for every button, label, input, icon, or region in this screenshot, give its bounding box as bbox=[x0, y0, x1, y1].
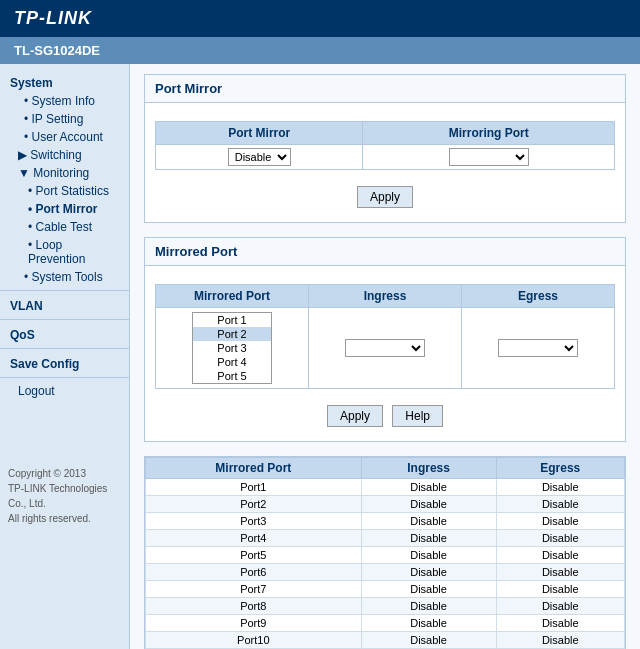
table-row: Port8DisableDisable bbox=[146, 598, 625, 615]
table-cell-egress: Disable bbox=[496, 564, 624, 581]
table-cell-ingress: Disable bbox=[361, 564, 496, 581]
port-list-item[interactable]: Port 3 bbox=[193, 341, 271, 355]
mirrored-col1: Mirrored Port bbox=[156, 285, 309, 308]
table-cell-egress: Disable bbox=[496, 530, 624, 547]
mirrored-port-title: Mirrored Port bbox=[145, 238, 625, 266]
port-mirror-config-table: Port Mirror Mirroring Port Disable Enabl… bbox=[155, 121, 615, 170]
table-cell-egress: Disable bbox=[496, 581, 624, 598]
port-mirror-col2: Mirroring Port bbox=[363, 122, 615, 145]
data-col2: Ingress bbox=[361, 458, 496, 479]
table-row: Port5DisableDisable bbox=[146, 547, 625, 564]
table-cell-ingress: Disable bbox=[361, 547, 496, 564]
port-list-item[interactable]: Port 5 bbox=[193, 369, 271, 383]
port-list-item[interactable]: Port 2 bbox=[193, 327, 271, 341]
table-row: Port6DisableDisable bbox=[146, 564, 625, 581]
port-mirror-section: Port Mirror Port Mirror Mirroring Port bbox=[144, 74, 626, 223]
table-cell-port: Port3 bbox=[146, 513, 362, 530]
table-row: Port3DisableDisable bbox=[146, 513, 625, 530]
data-col3: Egress bbox=[496, 458, 624, 479]
port-mirror-apply-row: Apply bbox=[155, 180, 615, 214]
table-cell-egress: Disable bbox=[496, 547, 624, 564]
table-cell-port: Port10 bbox=[146, 632, 362, 649]
app-header: TP-LINK bbox=[0, 0, 640, 37]
table-cell-egress: Disable bbox=[496, 632, 624, 649]
sidebar-logout[interactable]: Logout bbox=[0, 382, 129, 400]
table-row: Port1DisableDisable bbox=[146, 479, 625, 496]
mirrored-port-section: Mirrored Port Mirrored Port Ingress Egre… bbox=[144, 237, 626, 442]
port-mirror-apply-button[interactable]: Apply bbox=[357, 186, 413, 208]
table-cell-egress: Disable bbox=[496, 496, 624, 513]
sidebar-item-user-account[interactable]: • User Account bbox=[0, 128, 129, 146]
table-cell-egress: Disable bbox=[496, 615, 624, 632]
port-listbox[interactable]: Port 1 Port 2 Port 3 Port 4 Port 5 bbox=[192, 312, 272, 384]
sidebar-item-switching[interactable]: ▶ Switching bbox=[0, 146, 129, 164]
mirrored-col2: Ingress bbox=[309, 285, 462, 308]
sidebar-item-loop-prevention[interactable]: • Loop Prevention bbox=[0, 236, 129, 268]
table-cell-ingress: Disable bbox=[361, 581, 496, 598]
table-cell-port: Port5 bbox=[146, 547, 362, 564]
ingress-select[interactable]: Enable Disable bbox=[345, 339, 425, 357]
logo: TP-LINK bbox=[14, 8, 92, 28]
table-row: Port2DisableDisable bbox=[146, 496, 625, 513]
table-cell-port: Port1 bbox=[146, 479, 362, 496]
mirroring-port-select[interactable] bbox=[449, 148, 529, 166]
mirrored-port-btn-row: Apply Help bbox=[155, 399, 615, 433]
table-cell-port: Port6 bbox=[146, 564, 362, 581]
sidebar-qos[interactable]: QoS bbox=[0, 324, 129, 344]
table-cell-egress: Disable bbox=[496, 598, 624, 615]
sidebar-saveconfig[interactable]: Save Config bbox=[0, 353, 129, 373]
sidebar-item-port-statistics[interactable]: • Port Statistics bbox=[0, 182, 129, 200]
footer-copyright: Copyright © 2013 bbox=[8, 466, 121, 481]
sidebar-item-ip-setting[interactable]: • IP Setting bbox=[0, 110, 129, 128]
sidebar: System • System Info • IP Setting • User… bbox=[0, 64, 130, 649]
table-row: Port9DisableDisable bbox=[146, 615, 625, 632]
table-cell-egress: Disable bbox=[496, 479, 624, 496]
main-content: Port Mirror Port Mirror Mirroring Port bbox=[130, 64, 640, 649]
table-cell-port: Port9 bbox=[146, 615, 362, 632]
table-cell-ingress: Disable bbox=[361, 496, 496, 513]
mirrored-apply-button[interactable]: Apply bbox=[327, 405, 383, 427]
table-cell-egress: Disable bbox=[496, 513, 624, 530]
mirrored-col3: Egress bbox=[462, 285, 615, 308]
port-list-item[interactable]: Port 1 bbox=[193, 313, 271, 327]
data-col1: Mirrored Port bbox=[146, 458, 362, 479]
model-label: TL-SG1024DE bbox=[0, 37, 640, 64]
footer-rights: All rights reserved. bbox=[8, 511, 121, 526]
sidebar-item-system-info[interactable]: • System Info bbox=[0, 92, 129, 110]
port-data-table: Mirrored Port Ingress Egress Port1Disabl… bbox=[145, 457, 625, 649]
port-mirror-title: Port Mirror bbox=[145, 75, 625, 103]
table-row: Port4DisableDisable bbox=[146, 530, 625, 547]
table-cell-port: Port7 bbox=[146, 581, 362, 598]
table-cell-ingress: Disable bbox=[361, 632, 496, 649]
egress-select[interactable]: Enable Disable bbox=[498, 339, 578, 357]
port-mirror-select[interactable]: Disable Enable bbox=[228, 148, 291, 166]
table-row: Port7DisableDisable bbox=[146, 581, 625, 598]
table-cell-port: Port8 bbox=[146, 598, 362, 615]
table-cell-ingress: Disable bbox=[361, 479, 496, 496]
sidebar-item-monitoring[interactable]: ▼ Monitoring bbox=[0, 164, 129, 182]
table-row: Port10DisableDisable bbox=[146, 632, 625, 649]
sidebar-item-system-tools[interactable]: • System Tools bbox=[0, 268, 129, 286]
footer-company: TP-LINK Technologies Co., Ltd. bbox=[8, 481, 121, 511]
sidebar-section-system: System bbox=[0, 72, 129, 92]
mirrored-help-button[interactable]: Help bbox=[392, 405, 443, 427]
data-table-section: Mirrored Port Ingress Egress Port1Disabl… bbox=[144, 456, 626, 649]
table-cell-port: Port4 bbox=[146, 530, 362, 547]
sidebar-item-cable-test[interactable]: • Cable Test bbox=[0, 218, 129, 236]
table-cell-ingress: Disable bbox=[361, 530, 496, 547]
table-cell-ingress: Disable bbox=[361, 615, 496, 632]
port-list-item[interactable]: Port 4 bbox=[193, 355, 271, 369]
mirrored-port-config-table: Mirrored Port Ingress Egress Port 1 Port… bbox=[155, 284, 615, 389]
table-cell-ingress: Disable bbox=[361, 513, 496, 530]
table-cell-ingress: Disable bbox=[361, 598, 496, 615]
port-mirror-col1: Port Mirror bbox=[156, 122, 363, 145]
table-cell-port: Port2 bbox=[146, 496, 362, 513]
sidebar-item-port-mirror[interactable]: • Port Mirror bbox=[0, 200, 129, 218]
sidebar-vlan[interactable]: VLAN bbox=[0, 295, 129, 315]
